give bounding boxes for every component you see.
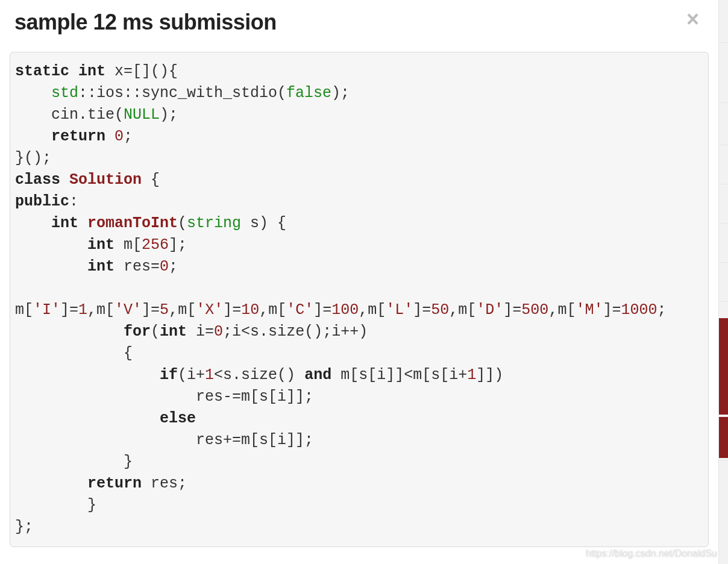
code-block[interactable]: static int x=[](){ std::ios::sync_with_s… <box>15 61 703 538</box>
modal-header: sample 12 ms submission × <box>0 0 718 35</box>
code-panel: static int x=[](){ std::ios::sync_with_s… <box>10 52 709 547</box>
close-icon[interactable]: × <box>686 6 704 30</box>
modal-title: sample 12 ms submission <box>14 10 277 35</box>
background-sidebar <box>718 0 728 564</box>
submission-modal: sample 12 ms submission × static int x=[… <box>0 0 718 564</box>
